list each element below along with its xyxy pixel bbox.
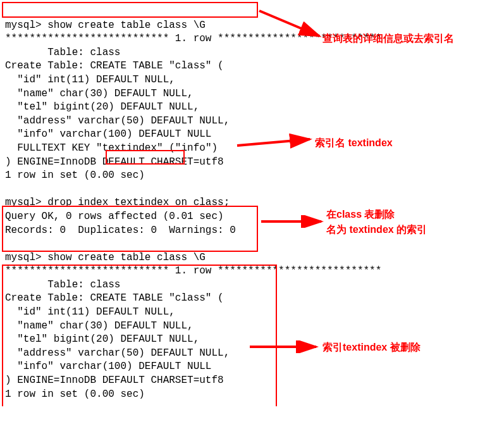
annotation-index-name: 索引名 textindex	[315, 136, 393, 150]
annotation-drop-line2: 名为 textindex 的索引	[326, 223, 427, 237]
prompt: mysql>	[5, 20, 42, 31]
create-table-label: Create Table:	[5, 60, 84, 72]
highlight-box-textindex	[106, 150, 185, 165]
create-statement: CREATE TABLE "class" (	[90, 60, 223, 72]
fulltext-prefix: FULLTEXT KEY	[17, 142, 90, 154]
row-label: 1. row	[175, 33, 212, 44]
sql-command: show create table class \G	[47, 252, 206, 263]
table-label: Table:	[47, 47, 84, 58]
sql-command: show create table class \G	[47, 20, 206, 31]
column-address: "address" varchar(50) DEFAULT NULL,	[17, 115, 230, 127]
highlight-box-command-1	[2, 2, 258, 18]
column-name: "name" char(30) DEFAULT NULL,	[17, 88, 193, 99]
prompt: mysql>	[5, 252, 42, 263]
annotation-drop-line1: 在class 表删除	[326, 208, 395, 221]
column-id: "id" int(11) DEFAULT NULL,	[17, 74, 175, 85]
annotation-deleted: 索引textindex 被删除	[323, 340, 421, 354]
annotation-query-info: 查询表的详细信息或去索引名	[323, 32, 454, 46]
highlight-box-result-block	[2, 265, 277, 406]
column-tel: "tel" bigint(20) DEFAULT NULL,	[17, 101, 199, 113]
column-info: "info" varchar(100) DEFAULT NULL	[17, 128, 211, 140]
highlight-box-drop-block	[2, 206, 258, 252]
result-footer: 1 row in set (0.00 sec)	[5, 170, 145, 181]
row-separator: ***************************	[5, 33, 169, 44]
table-name: class	[90, 47, 120, 58]
